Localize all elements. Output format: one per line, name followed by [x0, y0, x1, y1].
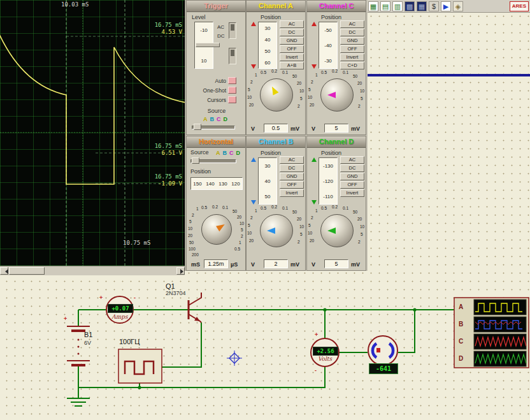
ammeter-display: +0.07 — [108, 304, 133, 313]
timebase-knob[interactable] — [201, 214, 232, 245]
source-channel-letter: C — [217, 116, 221, 122]
arrow-down-icon[interactable] — [312, 200, 317, 205]
trigger-level-thumb[interactable] — [196, 43, 220, 47]
channel-d-gain-value: 5 — [324, 259, 348, 268]
auto-button[interactable] — [228, 77, 236, 84]
channel-d-position-arrows[interactable] — [311, 157, 317, 205]
channel-a-panel: Channel A Position 30405060 ACDCGNDOFFIn… — [246, 0, 306, 135]
coupling-option-button[interactable]: DC — [340, 164, 364, 172]
coupling-option-button[interactable]: AC — [280, 20, 304, 28]
scroll-thumb[interactable] — [9, 267, 45, 275]
position-scale-value: 40 — [265, 37, 271, 43]
scope-terminal-c[interactable]: C — [459, 338, 463, 345]
channel-d-position-label: Position — [313, 150, 349, 156]
coupling-option-button[interactable]: OFF — [340, 181, 364, 189]
coupling-option-button[interactable]: DC — [280, 164, 304, 172]
trigger-source-slider-thumb[interactable] — [194, 124, 201, 130]
channel-c-position-arrows[interactable] — [311, 22, 317, 69]
source-channel-letter: A — [203, 116, 208, 122]
coupling-option-button[interactable]: AC — [340, 156, 364, 164]
scope-terminal-d[interactable]: D — [459, 356, 463, 362]
channel-d-position-slider[interactable]: -130-120-110 — [319, 157, 338, 205]
transistor-value[interactable]: 2N3704 — [166, 290, 186, 296]
coupling-option-button[interactable]: GND — [340, 173, 364, 180]
horizontal-position-slider[interactable]: 150140130120 — [190, 177, 243, 190]
coupling-option-button[interactable]: AC — [340, 20, 364, 28]
transistor-symbol[interactable] — [189, 293, 201, 322]
position-scale-value: 50 — [265, 48, 271, 54]
scroll-right-button[interactable] — [176, 267, 185, 275]
arrow-down-icon[interactable] — [251, 64, 256, 69]
trigger-coupling-toggle[interactable] — [229, 22, 236, 39]
coupling-option-button[interactable]: C+D — [340, 62, 364, 69]
coupling-option-button[interactable]: DC — [340, 29, 364, 36]
knob-scale-value: 5 — [308, 223, 311, 228]
coupling-option-button[interactable]: Invert — [280, 189, 304, 197]
arrow-down-icon[interactable] — [312, 64, 317, 69]
battery-ref[interactable]: B1 — [84, 331, 92, 338]
readout-time: 16.75 mS — [131, 173, 182, 180]
scope-terminal-a[interactable]: A — [459, 304, 463, 310]
knob-scale-value: 2 — [250, 80, 253, 84]
trigger-source-slider[interactable] — [192, 126, 235, 129]
scope-terminal-b[interactable]: B — [459, 321, 463, 328]
arrow-up-icon[interactable] — [312, 157, 317, 162]
coupling-option-button[interactable]: Invert — [280, 54, 304, 61]
arrow-up-icon[interactable] — [251, 22, 256, 26]
channel-b-title: Channel B — [247, 136, 305, 148]
source-channel-letter: A — [216, 150, 220, 156]
coupling-option-button[interactable]: AC — [280, 156, 304, 164]
channel-c-title: Channel C — [307, 1, 366, 12]
origin-marker-icon — [227, 351, 242, 366]
screen-scrollbar[interactable] — [0, 266, 185, 275]
signal-source-symbol[interactable] — [118, 349, 162, 383]
coupling-option-button[interactable]: OFF — [280, 181, 304, 189]
arrow-down-icon[interactable] — [251, 200, 256, 205]
coupling-option-button[interactable]: GND — [280, 37, 304, 45]
motor-symbol[interactable] — [368, 336, 398, 365]
knob-scale-value: 0.2 — [332, 69, 338, 73]
channel-a-position-slider[interactable]: 30405060 — [258, 22, 277, 69]
horizontal-source-slider[interactable] — [190, 159, 236, 163]
trigger-edge-toggle[interactable] — [229, 48, 236, 64]
knob-scale-value: 20 — [310, 103, 314, 107]
knob-scale-value: 10 — [247, 231, 252, 235]
channel-d-gain-area: 12510200.50.20.150201052 V 5 mV — [307, 205, 367, 272]
signal-source-label[interactable]: 100ГЦ — [119, 338, 140, 345]
coupling-option-button[interactable]: GND — [340, 37, 364, 45]
scroll-left-button[interactable] — [0, 267, 8, 275]
trigger-source-channels[interactable]: ABCD — [203, 116, 227, 122]
battery-value[interactable]: 6V — [84, 340, 91, 346]
transistor-ref[interactable]: Q1 — [166, 282, 175, 290]
coupling-option-button[interactable]: OFF — [340, 45, 364, 53]
knob-scale-value: 50 — [353, 210, 357, 214]
horizontal-source-slider-thumb[interactable] — [192, 157, 199, 164]
knob-pointer-icon — [322, 227, 352, 235]
one-shot-button[interactable] — [228, 87, 236, 94]
oscilloscope-block[interactable] — [454, 298, 529, 368]
arrow-up-icon[interactable] — [251, 157, 256, 162]
channel-b-position-slider[interactable]: 304050 — [258, 157, 277, 205]
coupling-option-button[interactable]: OFF — [280, 45, 304, 53]
coupling-option-button[interactable]: GND — [280, 173, 304, 180]
channel-c-position-slider[interactable]: -50-40-30 — [319, 22, 338, 69]
arrow-up-icon[interactable] — [312, 22, 317, 26]
knob-scale-value: 1 — [315, 73, 318, 77]
channel-b-gain-knob[interactable] — [260, 214, 293, 247]
knob-scale-value: 0.1 — [222, 205, 228, 210]
coupling-option-button[interactable]: A+B — [280, 62, 304, 69]
channel-c-gain-knob[interactable] — [320, 78, 354, 112]
channel-b-position-arrows[interactable] — [250, 157, 257, 205]
horizontal-source-channels[interactable]: ABCD — [216, 150, 240, 156]
cursors-button[interactable] — [228, 96, 236, 103]
channel-d-gain-knob[interactable] — [320, 214, 354, 247]
channel-b-gain-area: 12510200.50.20.150201052 V 2 mV — [247, 205, 306, 272]
channel-a-position-arrows[interactable] — [250, 22, 257, 69]
coupling-option-button[interactable]: Invert — [340, 54, 364, 61]
voltmeter-display: +2.56 — [313, 347, 338, 356]
coupling-option-button[interactable]: DC — [280, 29, 304, 36]
readout-value: 6.51 V — [131, 150, 182, 157]
coupling-option-button[interactable]: Invert — [340, 189, 364, 197]
ground-symbol[interactable] — [67, 398, 90, 406]
channel-a-gain-knob[interactable] — [260, 78, 293, 112]
